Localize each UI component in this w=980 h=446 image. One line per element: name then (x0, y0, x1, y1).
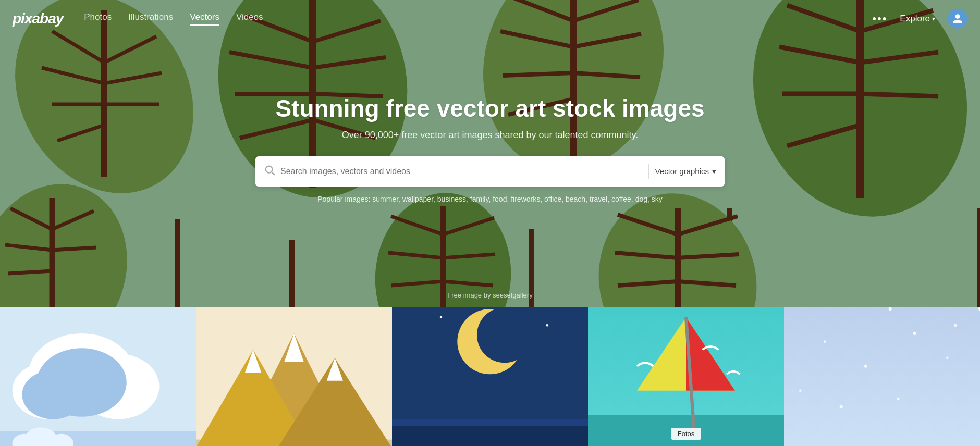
nav-vectors[interactable]: Vectors (190, 12, 219, 26)
popular-tags: Popular images: summer, wallpaper, busin… (255, 195, 725, 203)
svg-point-113 (824, 340, 826, 343)
explore-button[interactable]: Explore ▾ (900, 14, 935, 24)
thumbnail-1[interactable] (0, 307, 196, 446)
svg-point-99 (477, 307, 533, 363)
tag-family[interactable]: family, (470, 195, 491, 203)
svg-point-116 (864, 365, 867, 368)
thumbnail-3[interactable] (392, 307, 588, 446)
search-divider (648, 164, 649, 179)
svg-rect-107 (784, 307, 980, 446)
hero-title: Stunning free vector art stock images (255, 94, 725, 122)
nav-photos[interactable]: Photos (84, 12, 112, 26)
main-nav: Photos Illustrations Vectors Videos (84, 12, 872, 26)
svg-line-37 (860, 94, 938, 96)
nav-videos[interactable]: Videos (236, 12, 263, 26)
svg-line-67 (272, 172, 274, 175)
thumbnail-4-label: Fotos (671, 428, 701, 440)
tag-dog[interactable]: dog, (635, 195, 650, 203)
tag-business[interactable]: business, (437, 195, 468, 203)
thumbnail-2[interactable] (196, 307, 392, 446)
thumbnails-strip: Fotos (0, 307, 980, 446)
search-input[interactable] (280, 167, 642, 176)
svg-point-110 (889, 307, 892, 311)
hero-subtitle: Over 90,000+ free vector art images shar… (255, 130, 725, 141)
image-credit: Free image by seesetgallery (447, 291, 532, 299)
svg-line-44 (52, 247, 96, 250)
chevron-down-icon: ▾ (712, 167, 716, 176)
svg-rect-100 (392, 423, 588, 446)
tag-sky[interactable]: sky (652, 195, 663, 203)
tag-fireworks[interactable]: fireworks, (511, 195, 542, 203)
svg-point-95 (440, 316, 443, 318)
svg-point-118 (799, 389, 802, 392)
hero-content: Stunning free vector art stock images Ov… (245, 94, 735, 203)
search-bar: Vector graphics ▾ (255, 156, 725, 187)
tag-beach[interactable]: beach, (566, 195, 587, 203)
svg-point-74 (22, 370, 84, 419)
svg-point-115 (946, 357, 949, 360)
svg-line-42 (8, 271, 52, 274)
nav-illustrations[interactable]: Illustrations (128, 12, 173, 26)
tag-coffee[interactable]: coffee, (611, 195, 633, 203)
search-type-button[interactable]: Vector graphics ▾ (655, 167, 716, 176)
search-icon (264, 164, 275, 178)
thumbnail-5[interactable] (784, 307, 980, 446)
svg-point-114 (913, 332, 916, 335)
svg-line-24 (503, 73, 573, 76)
svg-point-120 (897, 398, 900, 400)
svg-rect-101 (392, 419, 588, 426)
user-avatar[interactable] (948, 9, 967, 29)
svg-point-112 (954, 324, 957, 327)
header: pixabay Photos Illustrations Vectors Vid… (0, 0, 980, 38)
site-logo[interactable]: pixabay (13, 10, 63, 27)
svg-point-119 (840, 405, 843, 408)
thumbnail-4[interactable]: Fotos (588, 307, 784, 446)
chevron-down-icon: ▾ (932, 15, 935, 22)
tag-food[interactable]: food, (493, 195, 509, 203)
tag-wallpaper[interactable]: wallpaper, (402, 195, 435, 203)
tag-summer[interactable]: summer, (372, 195, 400, 203)
tag-office[interactable]: office, (544, 195, 564, 203)
more-options-button[interactable]: ••• (872, 12, 887, 26)
svg-point-97 (546, 324, 548, 327)
hero-section: Stunning free vector art stock images Ov… (0, 0, 980, 307)
tag-travel[interactable]: travel, (590, 195, 609, 203)
header-right: ••• Explore ▾ (872, 9, 967, 29)
